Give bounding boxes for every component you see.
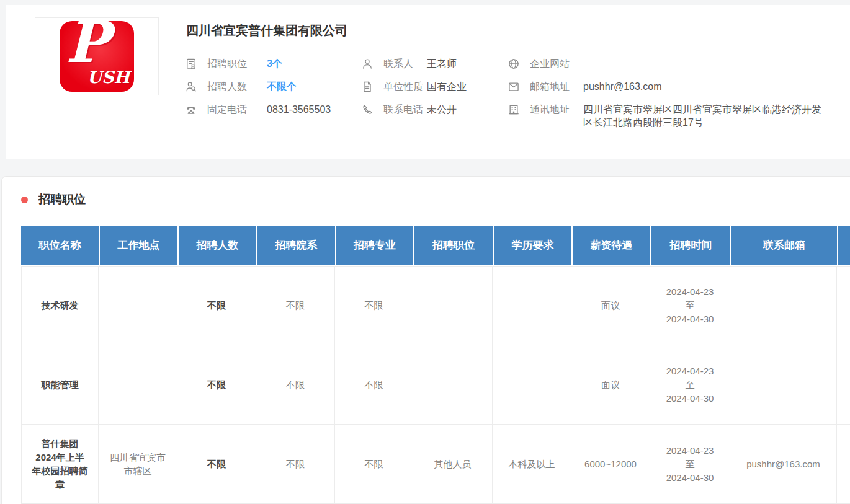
table-cell — [837, 425, 850, 504]
table-cell: 2024-04-23 至 2024-04-30 — [650, 345, 730, 425]
job-name-cell[interactable]: 技术研发 — [21, 266, 99, 345]
logo-letter-p: P — [66, 21, 109, 74]
table-row: 技术研发 不限 不限 不限 面议 2024-04-23 至 2024-04-30 — [21, 266, 850, 345]
table-cell: 不限 — [256, 345, 335, 425]
info-value: 3个 — [267, 57, 282, 70]
company-info-grid: 招聘职位 3个 联系人 王老师 企业网站 招聘人数 不限个 — [185, 57, 850, 129]
table-cell: 不限 — [335, 345, 413, 425]
table-row: 职能管理 不限 不限 不限 面议 2024-04-23 至 2024-04-30 — [21, 345, 850, 425]
table-cell — [99, 266, 177, 345]
table-header-cell: 工作地点 — [99, 226, 177, 266]
info-label: 邮箱地址 — [530, 80, 583, 93]
table-cell: 面议 — [571, 345, 650, 425]
table-cell: 不限 — [256, 425, 335, 504]
bullet-icon — [21, 197, 28, 203]
table-cell: 不限 — [256, 266, 335, 345]
info-item-job-count: 招聘职位 3个 — [185, 57, 361, 70]
info-item-headcount: 招聘人数 不限个 — [185, 80, 361, 93]
info-label: 招聘职位 — [207, 57, 267, 70]
table-cell — [837, 266, 850, 345]
table-cell — [730, 345, 837, 425]
info-item-company-type: 单位性质 国有企业 — [361, 80, 508, 93]
info-value: 未公开 — [427, 103, 457, 116]
table-cell — [730, 266, 837, 345]
push-logo: P USH — [60, 21, 134, 92]
table-header-cell: 联系邮箱 — [730, 226, 837, 266]
telephone-icon — [185, 104, 197, 116]
info-value: 王老师 — [427, 57, 457, 70]
table-cell — [99, 345, 177, 425]
table-cell: 6000~12000 — [571, 425, 650, 504]
table-header-cell: 招聘人数 — [177, 226, 256, 266]
company-logo: P USH — [35, 17, 159, 95]
company-card: P USH 四川省宜宾普什集团有限公司 招聘职位 3个 联系人 王老师 企业网站 — [6, 5, 850, 159]
info-label: 联系电话 — [383, 103, 427, 116]
info-item-landline: 固定电话 0831-3565503 — [185, 103, 361, 116]
table-header-row: 职位名称 工作地点 招聘人数 招聘院系 招聘专业 招聘职位 学历要求 薪资待遇 … — [21, 226, 850, 266]
table-header-cell: 薪资待遇 — [571, 226, 650, 266]
table-cell: pushhr@163.com — [730, 425, 837, 504]
table-header-cell: 招聘职位 — [413, 226, 493, 266]
table-cell: 不限 — [177, 345, 256, 425]
table-cell: 面议 — [571, 266, 650, 345]
info-label: 单位性质 — [383, 80, 427, 93]
logo-letters-ush: USH — [87, 68, 130, 87]
info-value: 不限个 — [267, 80, 297, 93]
table-cell: 不限 — [177, 425, 256, 504]
building-icon — [508, 104, 520, 116]
job-name-cell[interactable]: 职能管理 — [21, 345, 99, 425]
table-cell — [837, 345, 850, 425]
info-label: 企业网站 — [530, 57, 583, 70]
info-item-website: 企业网站 — [508, 57, 850, 70]
info-item-email: 邮箱地址 pushhr@163.com — [508, 80, 850, 93]
info-label: 固定电话 — [207, 103, 267, 116]
jobs-card: 招聘职位 职位名称 工作地点 招聘人数 招聘院系 招聘专业 招聘职位 学历要求 … — [1, 176, 850, 504]
info-label: 联系人 — [383, 57, 427, 70]
table-header-cell: 招聘专业 — [335, 226, 413, 266]
person-icon — [361, 58, 374, 70]
table-cell: 2024-04-23 至 2024-04-30 — [650, 425, 730, 504]
info-value: 四川省宜宾市翠屏区四川省宜宾市翠屏区临港经济开发区长江北路西段附三段17号 — [583, 103, 829, 129]
info-item-phone: 联系电话 未公开 — [361, 103, 508, 116]
info-item-contact-person: 联系人 王老师 — [361, 57, 508, 70]
table-cell — [493, 266, 571, 345]
info-label: 通讯地址 — [530, 103, 583, 116]
receiver-icon — [361, 104, 374, 116]
section-header: 招聘职位 — [2, 177, 850, 208]
people-search-icon — [185, 81, 197, 93]
table-header-cell: 招聘时间 — [650, 226, 730, 266]
table-cell: 本科及以上 — [493, 425, 571, 504]
table-cell — [493, 345, 571, 425]
table-cell: 其他人员 — [413, 425, 493, 504]
info-value: 国有企业 — [427, 80, 467, 93]
table-header-cell: 招聘院系 — [256, 226, 335, 266]
info-item-address: 通讯地址 四川省宜宾市翠屏区四川省宜宾市翠屏区临港经济开发区长江北路西段附三段1… — [508, 103, 850, 129]
table-cell: 四川省宜宾市市辖区 — [99, 425, 177, 504]
table-header-cell: 学历要求 — [493, 226, 571, 266]
company-name: 四川省宜宾普什集团有限公司 — [186, 22, 347, 39]
table-row: 普什集团2024年上半年校园招聘简章 四川省宜宾市市辖区 不限 不限 不限 其他… — [21, 425, 850, 504]
table-cell: 不限 — [335, 266, 413, 345]
table-cell: 不限 — [177, 266, 256, 345]
table-cell — [413, 266, 493, 345]
globe-icon — [508, 58, 520, 70]
info-value: pushhr@163.com — [583, 80, 662, 93]
job-name-cell[interactable]: 普什集团2024年上半年校园招聘简章 — [21, 425, 99, 504]
jobs-table: 职位名称 工作地点 招聘人数 招聘院系 招聘专业 招聘职位 学历要求 薪资待遇 … — [21, 226, 850, 504]
table-cell: 2024-04-23 至 2024-04-30 — [650, 266, 730, 345]
table-header-cell: 职位名称 — [21, 226, 99, 266]
resume-icon — [185, 58, 197, 70]
table-cell — [413, 345, 493, 425]
info-value: 0831-3565503 — [267, 103, 331, 116]
table-cell: 不限 — [335, 425, 413, 504]
section-title: 招聘职位 — [38, 192, 86, 208]
mail-icon — [508, 81, 520, 93]
info-label: 招聘人数 — [207, 80, 267, 93]
table-header-cell — [837, 226, 850, 266]
document-icon — [361, 81, 374, 93]
